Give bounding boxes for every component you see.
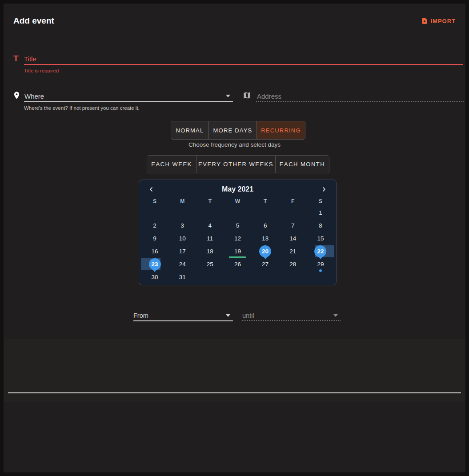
chevron-right-icon [321,186,328,193]
title-icon: T [13,54,19,64]
calendar-day-empty [196,271,224,284]
calendar-day-empty [279,271,307,284]
calendar-week-row: 3031 [141,271,334,284]
address-underline [256,101,464,102]
calendar-day[interactable]: 26 [224,258,251,271]
from-select[interactable]: From [133,312,148,319]
calendar-day[interactable]: 21 [279,245,307,258]
calendar-day-number: 3 [180,222,184,229]
calendar-day[interactable]: 11 [196,232,224,245]
title-input[interactable]: Title [24,55,36,63]
calendar-day[interactable]: 17 [168,245,196,258]
calendar-day[interactable]: 20 [252,245,279,258]
calendar-day[interactable]: 6 [252,219,279,232]
weekday-label: W [224,196,251,206]
until-dropdown-caret[interactable] [333,314,338,317]
frequency-each-week[interactable]: EACH WEEK [147,156,196,173]
calendar-day-number: 26 [234,261,241,268]
calendar-day[interactable]: 1 [307,206,334,219]
calendar-day-number: 4 [208,222,212,229]
calendar-day[interactable]: 23 [141,258,168,271]
calendar-day-number: 29 [317,261,324,268]
calendar-day-number: 31 [179,274,186,280]
calendar-day-number: 21 [289,248,296,255]
calendar-day[interactable]: 15 [307,232,334,245]
import-button[interactable]: IMPORT [421,17,456,24]
calendar-day[interactable]: 10 [168,232,196,245]
calendar-day-empty [252,206,279,219]
calendar-day[interactable]: 7 [279,219,307,232]
calendar-day-empty [196,206,224,219]
frequency-options: EACH WEEK EVERY OTHER WEEKS EACH MONTH [147,155,329,173]
address-input[interactable]: Address [257,92,281,100]
calendar-day-number: 16 [152,248,158,255]
calendar-week-row: 1 [141,206,334,219]
calendar-day[interactable]: 31 [168,271,196,284]
frequency-each-month[interactable]: EACH MONTH [275,156,329,173]
calendar-day[interactable]: 22 [307,245,334,258]
title-underline [24,64,463,65]
calendar-day-number: 2 [153,222,156,229]
calendar-day[interactable]: 9 [141,232,168,245]
from-underline [133,320,233,321]
calendar-day-number: 5 [236,222,240,229]
calendar-day[interactable]: 25 [196,258,224,271]
calendar-day[interactable]: 18 [196,245,224,258]
calendar-day[interactable]: 5 [224,219,251,232]
calendar-day-number: 28 [289,261,296,268]
calendar-day-number: 9 [153,235,156,242]
calendar-day[interactable]: 24 [168,258,196,271]
calendar-day[interactable]: 28 [279,258,307,271]
calendar-day-number: 19 [234,248,241,255]
weekday-label: S [307,196,334,206]
tab-recurring[interactable]: RECURRING [257,121,305,139]
calendar-week-row: 2345678 [141,219,334,232]
calendar-day-number: 1 [319,209,322,216]
calendar-day-empty [168,206,196,219]
calendar-day-empty [224,271,251,284]
tab-more-days[interactable]: MORE DAYS [208,121,257,139]
calendar-day[interactable]: 16 [141,245,168,258]
tab-normal[interactable]: NORMAL [171,121,208,139]
frequency-every-other-weeks[interactable]: EVERY OTHER WEEKS [196,156,275,173]
calendar-day[interactable]: 19 [224,245,251,258]
weekday-label: T [196,196,224,206]
where-dropdown-caret[interactable] [226,95,230,97]
calendar-day[interactable]: 14 [279,232,307,245]
until-underline [242,320,341,321]
calendar-day-number: 18 [207,248,213,255]
calendar-prev-button[interactable] [146,184,156,194]
calendar-month-label: May 2021 [156,185,319,193]
calendar-next-button[interactable] [319,184,329,194]
calendar-day[interactable]: 13 [252,232,279,245]
calendar-day[interactable]: 2 [141,219,168,232]
calendar-day[interactable]: 3 [168,219,196,232]
calendar-day[interactable]: 27 [252,258,279,271]
calendar-day-number: 15 [317,235,324,242]
calendar-day-number: 10 [179,235,186,242]
where-select[interactable]: Where [24,92,44,100]
until-select[interactable]: until [242,312,254,319]
calendar-day[interactable]: 8 [307,219,334,232]
frequency-hint: Choose frequency and select days [4,141,465,148]
calendar: May 2021 SMTWTFS 12345678910111213141516… [139,180,337,285]
calendar-day[interactable]: 29 [307,258,334,271]
from-dropdown-caret[interactable] [226,314,230,317]
calendar-day-number: 6 [264,222,267,229]
calendar-day[interactable]: 4 [196,219,224,232]
calendar-day-empty [252,271,279,284]
calendar-day[interactable]: 12 [224,232,251,245]
calendar-day-empty [307,271,334,284]
calendar-day-number: 14 [289,235,296,242]
import-label: IMPORT [430,18,456,24]
calendar-day-number: 20 [259,245,271,257]
calendar-day-number: 23 [149,258,161,270]
calendar-day[interactable]: 30 [141,271,168,284]
calendar-day-number: 22 [314,245,326,257]
calendar-day-number: 8 [319,222,322,229]
calendar-day-number: 24 [179,261,186,268]
event-form-section: Add event IMPORT T Title Title is requir… [4,4,465,339]
map-icon [243,91,251,100]
calendar-header: May 2021 [141,183,334,196]
where-helper-text: Where's the event? If not present you ca… [24,105,140,111]
